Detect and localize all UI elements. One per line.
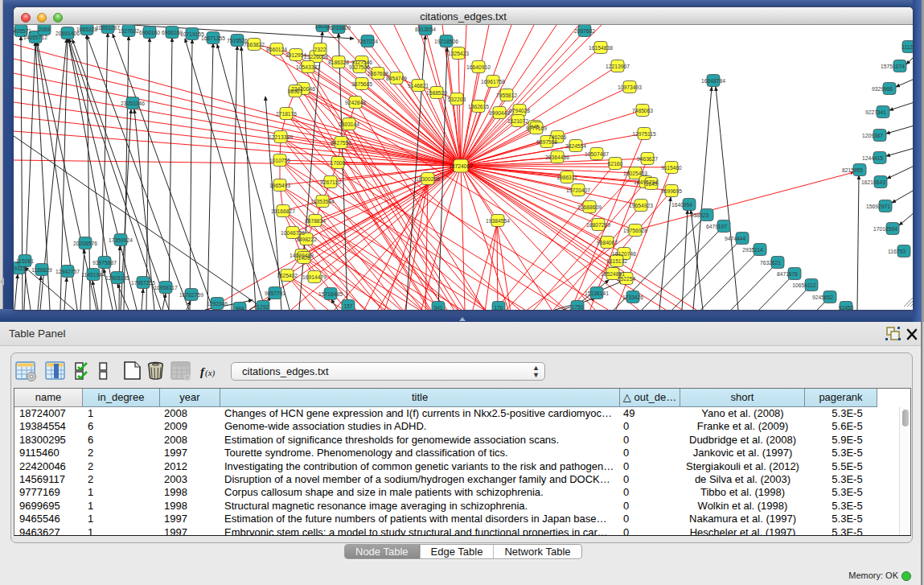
svg-text:11125: 11125 [901, 44, 913, 50]
svg-text:16961758: 16961758 [481, 79, 505, 84]
svg-text:9857791: 9857791 [265, 290, 285, 296]
svg-text:8878834: 8878834 [305, 218, 326, 224]
svg-text:12975115: 12975115 [632, 131, 656, 137]
svg-text:8215955: 8215955 [842, 167, 863, 173]
svg-text:16033809: 16033809 [326, 25, 351, 31]
svg-text:115061: 115061 [16, 258, 34, 264]
svg-text:6966160: 6966160 [139, 30, 160, 35]
svg-text:2718176: 2718176 [276, 111, 297, 117]
svg-text:18724007: 18724007 [449, 163, 473, 169]
svg-text:16914479: 16914479 [302, 274, 326, 280]
svg-text:9777169: 9777169 [526, 126, 547, 131]
svg-text:16120746: 16120746 [612, 251, 636, 257]
svg-text:7632621: 7632621 [760, 260, 781, 266]
svg-text:1010755: 1010755 [269, 158, 290, 163]
svg-text:18807299: 18807299 [586, 222, 610, 228]
svg-text:16640910: 16640910 [466, 64, 491, 70]
svg-text:17359924: 17359924 [109, 237, 133, 243]
svg-text:1965493: 1965493 [269, 183, 290, 188]
svg-text:7357224: 7357224 [357, 39, 378, 44]
svg-text:15692971: 15692971 [866, 204, 890, 209]
svg-text:1621072: 1621072 [507, 118, 528, 124]
svg-text:8990448: 8990448 [489, 110, 510, 116]
svg-text:6794028: 6794028 [509, 108, 530, 113]
svg-text:12905135: 12905135 [105, 275, 129, 281]
svg-text:10025463: 10025463 [623, 171, 647, 176]
svg-text:10973493: 10973493 [618, 84, 642, 90]
svg-text:1986311: 1986311 [556, 175, 577, 180]
svg-text:9115460: 9115460 [661, 165, 682, 171]
svg-text:1362615: 1362615 [468, 104, 489, 109]
svg-text:7625402: 7625402 [277, 273, 298, 278]
svg-text:23053346: 23053346 [121, 101, 145, 106]
svg-text:9242848: 9242848 [345, 100, 366, 105]
svg-text:93975887: 93975887 [92, 260, 117, 266]
svg-text:1733426: 1733426 [622, 295, 643, 300]
svg-text:19218506: 19218506 [434, 39, 458, 44]
svg-text:10653287: 10653287 [96, 25, 120, 31]
svg-text:62160: 62160 [608, 161, 623, 167]
svg-text:3875685: 3875685 [351, 81, 372, 87]
svg-text:3824554: 3824554 [565, 143, 586, 149]
svg-text:8454749: 8454749 [386, 76, 407, 81]
svg-text:10958117: 10958117 [154, 285, 178, 290]
svg-text:(x): (x) [205, 368, 216, 378]
svg-text:938923: 938923 [691, 212, 709, 218]
svg-text:11353594: 11353594 [310, 199, 335, 204]
svg-text:10046726: 10046726 [281, 230, 305, 236]
svg-text:18300295: 18300295 [416, 176, 440, 182]
svg-text:1527602: 1527602 [118, 28, 139, 34]
svg-text:6897568: 6897568 [536, 139, 557, 145]
svg-text:157: 157 [343, 303, 352, 309]
svg-text:19756928: 19756928 [623, 228, 647, 233]
svg-text:10654112: 10654112 [792, 282, 816, 288]
svg-text:16782759: 16782759 [179, 292, 203, 298]
svg-text:9245652: 9245652 [812, 295, 833, 300]
svg-text:8471676: 8471676 [777, 271, 798, 277]
svg-text:8813054: 8813054 [415, 27, 436, 32]
svg-text:9474444: 9474444 [725, 236, 745, 241]
svg-text:1409: 1409 [298, 255, 310, 261]
svg-text:170: 170 [494, 305, 503, 311]
svg-text:17957255: 17957255 [131, 280, 155, 286]
svg-text:12942757: 12942757 [55, 269, 80, 274]
svg-text:9463627: 9463627 [637, 156, 658, 162]
svg-text:1615132: 1615132 [606, 258, 627, 264]
svg-text:10543382: 10543382 [296, 64, 320, 70]
svg-text:20364436: 20364436 [545, 154, 569, 160]
svg-text:252254: 252254 [618, 276, 636, 282]
svg-text:17016504: 17016504 [873, 226, 897, 232]
svg-text:12213389: 12213389 [269, 134, 293, 140]
svg-text:39119: 39119 [14, 266, 26, 271]
svg-text:11451944: 11451944 [81, 272, 105, 278]
svg-text:9329966: 9329966 [872, 86, 893, 92]
svg-text:1292346: 1292346 [207, 301, 228, 307]
svg-text:92450: 92450 [839, 305, 854, 311]
svg-text:1065328: 1065328 [76, 27, 97, 32]
svg-text:2069: 2069 [39, 27, 51, 32]
svg-text:1649: 1649 [646, 181, 658, 187]
svg-text:1209387: 1209387 [862, 133, 883, 138]
svg-text:8660124: 8660124 [266, 47, 287, 52]
svg-text:9146821: 9146821 [408, 83, 429, 89]
svg-text:15720407: 15720407 [566, 187, 590, 193]
svg-text:19384554: 19384554 [486, 218, 510, 224]
svg-text:9227341: 9227341 [865, 109, 886, 115]
svg-text:9684067: 9684067 [597, 240, 618, 245]
svg-text:16210643: 16210643 [861, 179, 885, 185]
svg-text:1750: 1750 [572, 304, 584, 310]
svg-text:7485063: 7485063 [632, 108, 653, 113]
svg-text:19166827: 19166827 [271, 208, 295, 214]
svg-text:23226058: 23226058 [304, 54, 328, 60]
svg-text:15136141: 15136141 [585, 290, 609, 296]
svg-text:2322: 2322 [314, 47, 326, 52]
svg-text:20206576: 20206576 [73, 241, 97, 246]
svg-text:941: 941 [433, 305, 442, 311]
svg-text:1292: 1292 [257, 304, 269, 310]
svg-text:984: 984 [235, 306, 244, 311]
svg-text:1156829: 1156829 [31, 267, 52, 273]
svg-text:3498222: 3498222 [296, 237, 317, 242]
svg-text:1325423: 1325423 [448, 51, 469, 56]
svg-text:1640954: 1640954 [671, 202, 692, 208]
svg-text:8427552: 8427552 [331, 140, 351, 146]
